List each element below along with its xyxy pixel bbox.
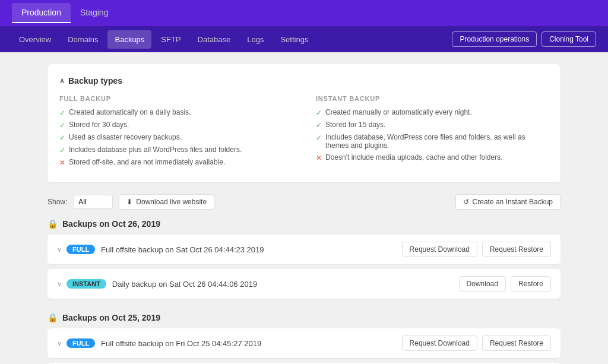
nav-link-sftp[interactable]: SFTP (154, 30, 188, 49)
check-icon: ✓ (316, 134, 322, 142)
main-content: Backup types FULL BACKUP ✓ Created autom… (0, 52, 608, 364)
download-live-label: Download live website (136, 198, 207, 206)
full-item-1-text: Created automatically on a daily basis. (69, 108, 191, 116)
production-operations-button[interactable]: Production operations (452, 31, 537, 47)
chevron-down-icon[interactable]: ∨ (57, 246, 62, 254)
show-select[interactable]: All Full Instant (73, 195, 113, 209)
env-tab-production[interactable]: Production (12, 3, 71, 23)
nav-link-logs[interactable]: Logs (240, 30, 271, 49)
backup-desc-0-0: Full offsite backup on Sat Oct 26 04:44:… (101, 245, 401, 254)
backup-actions-0-0: Request DownloadRequest Restore (402, 242, 551, 257)
full-item-2-text: Stored for 30 days. (69, 121, 129, 129)
instant-backup-label: Create an Instant Backup (473, 198, 553, 206)
nav-link-overview[interactable]: Overview (12, 30, 58, 49)
backup-date-0: Backups on Oct 26, 2019 (62, 219, 160, 229)
full-item-1: ✓ Created automatically on a daily basis… (59, 108, 292, 117)
full-item-3: ✓ Used as disaster recovery backups. (59, 133, 292, 142)
nav-link-settings[interactable]: Settings (273, 30, 315, 49)
nav-link-database[interactable]: Database (191, 30, 238, 49)
full-backup-col: FULL BACKUP ✓ Created automatically on a… (59, 95, 292, 170)
backup-actions-1-0: Request DownloadRequest Restore (402, 335, 551, 351)
backup-sections-container: 🔒Backups on Oct 26, 2019∨FULLFull offsit… (48, 219, 560, 364)
download-live-website-button[interactable]: ⬇ Download live website (119, 194, 214, 210)
check-icon: ✓ (316, 121, 322, 129)
instant-backup-heading: INSTANT BACKUP (316, 95, 549, 102)
lock-icon: 🔒 (48, 219, 58, 229)
action-btn-0-0-0[interactable]: Request Download (402, 242, 477, 257)
nav-links: Overview Domains Backups SFTP Database L… (12, 30, 315, 49)
backup-section-0: 🔒Backups on Oct 26, 2019∨FULLFull offsit… (48, 219, 560, 299)
instant-item-4: ✕ Doesn't include media uploads, cache a… (316, 153, 549, 162)
full-item-4-text: Includes database plus all WordPress fil… (69, 145, 242, 154)
backup-date-1: Backups on Oct 25, 2019 (62, 313, 160, 322)
instant-backup-col: INSTANT BACKUP ✓ Created manually or aut… (316, 95, 549, 170)
nav-link-backups[interactable]: Backups (107, 30, 151, 49)
instant-item-1: ✓ Created manually or automatically ever… (316, 108, 549, 117)
action-btn-1-0-1[interactable]: Request Restore (482, 335, 551, 351)
cross-icon: ✕ (316, 154, 322, 162)
check-icon: ✓ (316, 109, 322, 117)
nav-bar: Overview Domains Backups SFTP Database L… (0, 26, 608, 52)
action-btn-0-1-0[interactable]: Download (459, 276, 506, 292)
instant-item-2-text: Stored for 15 days. (325, 121, 385, 129)
chevron-down-icon[interactable]: ∨ (57, 340, 62, 347)
backup-date-header-1: 🔒Backups on Oct 25, 2019 (48, 313, 560, 322)
nav-link-domains[interactable]: Domains (61, 30, 105, 49)
full-item-3-text: Used as disaster recovery backups. (69, 133, 182, 141)
backup-desc-1-0: Full offsite backup on Fri Oct 25 04:45:… (101, 339, 401, 348)
full-item-2: ✓ Stored for 30 days. (59, 121, 292, 129)
instant-item-2: ✓ Stored for 15 days. (316, 121, 549, 129)
instant-item-1-text: Created manually or automatically every … (325, 108, 472, 116)
lock-icon: 🔒 (48, 313, 58, 322)
full-backup-heading: FULL BACKUP (59, 95, 292, 102)
backup-cols: FULL BACKUP ✓ Created automatically on a… (59, 95, 549, 170)
refresh-icon: ↺ (463, 198, 469, 206)
env-tab-staging[interactable]: Staging (71, 3, 118, 23)
full-item-5-text: Stored off-site, and are not immediately… (69, 158, 225, 166)
instant-item-3-text: Includes database, WordPress core files … (325, 133, 549, 150)
action-btn-0-0-1[interactable]: Request Restore (482, 242, 551, 257)
cross-icon: ✕ (59, 159, 65, 167)
backup-row-1-0: ∨FULLFull offsite backup on Fri Oct 25 0… (48, 328, 560, 358)
check-icon: ✓ (59, 109, 65, 117)
badge-full: FULL (66, 338, 95, 348)
instant-item-4-text: Doesn't include media uploads, cache and… (325, 153, 502, 162)
backup-row-0-1: ∨INSTANTDaily backup on Sat Oct 26 04:44… (48, 269, 560, 299)
toolbar-left: Show: All Full Instant ⬇ Download live w… (48, 194, 214, 210)
action-btn-0-1-1[interactable]: Restore (511, 276, 551, 292)
backup-types-title: Backup types (59, 76, 549, 86)
env-bar: Production Staging (0, 0, 608, 26)
backup-toolbar: Show: All Full Instant ⬇ Download live w… (48, 194, 560, 210)
backup-row-0-0: ∨FULLFull offsite backup on Sat Oct 26 0… (48, 235, 560, 264)
badge-full: FULL (66, 245, 95, 254)
badge-instant: INSTANT (66, 279, 106, 289)
backup-types-card: Backup types FULL BACKUP ✓ Created autom… (48, 64, 560, 182)
check-icon: ✓ (59, 146, 65, 154)
nav-actions: Production operations Cloning Tool (452, 31, 596, 47)
instant-item-3: ✓ Includes database, WordPress core file… (316, 133, 549, 150)
check-icon: ✓ (59, 134, 65, 142)
download-icon: ⬇ (126, 198, 132, 206)
cloning-tool-button[interactable]: Cloning Tool (542, 31, 596, 47)
create-instant-backup-button[interactable]: ↺ Create an Instant Backup (455, 194, 560, 210)
action-btn-1-0-0[interactable]: Request Download (402, 335, 477, 351)
backup-date-header-0: 🔒Backups on Oct 26, 2019 (48, 219, 560, 229)
check-icon: ✓ (59, 121, 65, 129)
backup-section-1: 🔒Backups on Oct 25, 2019∨FULLFull offsit… (48, 313, 560, 364)
toolbar-right: ↺ Create an Instant Backup (455, 194, 560, 210)
chevron-down-icon[interactable]: ∨ (57, 280, 62, 288)
full-item-5: ✕ Stored off-site, and are not immediate… (59, 158, 292, 167)
backup-desc-0-1: Daily backup on Sat Oct 26 04:44:06 2019 (112, 280, 459, 289)
show-label: Show: (48, 198, 67, 206)
backup-actions-0-1: DownloadRestore (459, 276, 551, 292)
full-item-4: ✓ Includes database plus all WordPress f… (59, 145, 292, 154)
